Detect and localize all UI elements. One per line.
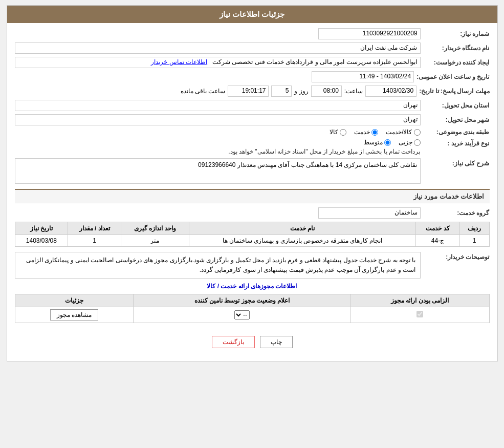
date-value: 1403/02/30 (365, 86, 417, 97)
permit-required-cell (350, 307, 489, 323)
category-service-label: خدمت (354, 129, 370, 136)
purchase-partial-radio[interactable] (414, 139, 421, 146)
permit-status-select[interactable]: -- (234, 310, 250, 319)
day-label: روز و (294, 88, 308, 95)
requester-label: ایجاد کننده درخواست: (423, 59, 490, 66)
permits-table: الزامی بودن ارائه مجوز اعلام وضعیت مجوز … (15, 294, 490, 323)
cell-date: 1403/03/08 (15, 235, 68, 247)
remaining-value: 19:01:17 (228, 86, 269, 97)
permit-required-checkbox (417, 311, 423, 317)
col-date: تاریخ نیاز (15, 222, 68, 235)
permits-subtitle: اطلاعات مجوزهای ارائه خدمت / کالا (15, 283, 490, 290)
city-value: تهران (15, 114, 421, 125)
category-goods-label: کالا (330, 129, 338, 136)
service-group-label: گروه خدمت: (423, 209, 490, 217)
purchase-type-options: جزیی متوسط پرداخت تمام یا بخشی از مبلغ خ… (228, 139, 420, 155)
category-row: طبقه بندی موضوعی: کالا/خدمت خدمت کالا (15, 129, 490, 136)
col-qty: تعداد / مقدار (68, 222, 121, 235)
purchase-type-label: نوع فرآیند خرید : (423, 139, 490, 147)
announce-label: تاریخ و ساعت اعلان عمومی: (417, 73, 489, 80)
day-value: 5 (271, 86, 292, 97)
announce-value: 1403/02/24 - 11:49 (312, 71, 414, 82)
purchase-type-row: نوع فرآیند خرید : جزیی متوسط پرداخت تمام… (15, 139, 490, 155)
page-header: جزئیات اطلاعات نیاز (7, 6, 497, 23)
permit-col-details: جزئیات (15, 294, 134, 307)
permit-col-required: الزامی بودن ارائه مجوز (350, 294, 489, 307)
back-button[interactable]: بازگشت (212, 336, 255, 348)
response-date-label: مهلت ارسال پاسخ: تا تاریخ: (419, 88, 489, 95)
view-permit-button[interactable]: مشاهده مجوز (50, 309, 98, 321)
requester-row: ایجاد کننده درخواست: ابوالحسن علیزاده سر… (15, 57, 490, 68)
category-both-label: کالا/خدمت (386, 129, 412, 136)
col-rownum: ردیف (459, 222, 489, 235)
table-row: 1 ج-44 انجام کارهای متفرقه درخصوص بازساز… (15, 235, 489, 247)
service-group-row: گروه خدمت: ساختمان (15, 207, 490, 219)
buyer-notes-value: با توجه به شرح خدمات جدول پیشنهاد قطعی و… (15, 252, 421, 279)
category-radio-group: کالا/خدمت خدمت کالا (15, 129, 421, 136)
permit-table-row: -- مشاهده مجوز (15, 307, 489, 323)
col-name: نام خدمت (189, 222, 416, 235)
time-value: 08:00 (311, 86, 342, 97)
category-service-item[interactable]: خدمت (354, 129, 378, 136)
response-date-row: مهلت ارسال پاسخ: تا تاریخ: 1403/02/30 سا… (15, 86, 490, 97)
buyer-org-row: نام دستگاه خریدار: شرکت ملی نفت ایران (15, 42, 490, 54)
category-service-radio[interactable] (371, 129, 378, 136)
col-code: کد خدمت (416, 222, 459, 235)
col-unit: واحد اندازه گیری (121, 222, 189, 235)
category-both-radio[interactable] (414, 129, 421, 136)
province-label: استان محل تحویل: (423, 102, 490, 109)
time-label: ساعت: (344, 88, 363, 95)
requester-value: ابوالحسن علیزاده سرپرست امور مالی و قرار… (15, 57, 421, 68)
purchase-medium-radio[interactable] (384, 139, 391, 146)
need-number-row: شماره نیاز: 1103092921000209 (15, 28, 490, 39)
permit-status-cell: -- (134, 307, 350, 323)
category-label: طبقه بندی موضوعی: (423, 129, 490, 136)
city-row: شهر محل تحویل: تهران (15, 114, 490, 125)
category-goods-radio[interactable] (340, 129, 346, 136)
purchase-medium-item[interactable]: متوسط (364, 139, 391, 146)
page-container: جزئیات اطلاعات نیاز شماره نیاز: 11030929… (7, 5, 498, 361)
services-table: ردیف کد خدمت نام خدمت واحد اندازه گیری ت… (15, 222, 490, 247)
description-value: نقاشی کلی ساختمان مرکزی 14 با هماهنگی جن… (15, 158, 421, 184)
need-number-value: 1103092921000209 (318, 28, 421, 39)
date-time-group: 1403/02/30 ساعت: 08:00 روز و 5 19:01:17 … (15, 86, 417, 97)
buyer-org-value: شرکت ملی نفت ایران (15, 42, 421, 54)
permit-col-status: اعلام وضعیت مجوز توسط نامین کننده (134, 294, 350, 307)
content-area: شماره نیاز: 1103092921000209 نام دستگاه … (7, 23, 497, 361)
buyer-org-label: نام دستگاه خریدار: (423, 45, 490, 52)
purchase-note-row: پرداخت تمام یا بخشی از مبلغ خریدار از مح… (228, 148, 420, 155)
cell-code: ج-44 (416, 235, 459, 247)
services-section-title: اطلاعات خدمات مورد نیاز (15, 189, 490, 203)
purchase-note: پرداخت تمام یا بخشی از مبلغ خریدار از مح… (228, 148, 420, 155)
contact-link[interactable]: اطلاعات تماس خریدار (151, 58, 207, 66)
category-both-item[interactable]: کالا/خدمت (386, 129, 420, 136)
buyer-notes-label: توصیحات خریدار: (423, 252, 490, 261)
province-value: تهران (15, 100, 421, 111)
buyer-notes-row: توصیحات خریدار: با توجه به شرح خدمات جدو… (15, 252, 490, 279)
purchase-medium-label: متوسط (364, 139, 383, 146)
purchase-partial-label: جزیی (399, 139, 412, 146)
cell-rownum: 1 (459, 235, 489, 247)
cell-qty: 1 (68, 235, 121, 247)
bottom-buttons: چاپ بازگشت (15, 328, 490, 356)
need-number-label: شماره نیاز: (423, 30, 490, 37)
cell-unit: متر (121, 235, 189, 247)
print-button[interactable]: چاپ (260, 336, 293, 348)
permit-details-cell: مشاهده مجوز (15, 307, 134, 323)
purchase-partial-item[interactable]: جزیی (399, 139, 421, 146)
announce-row: تاریخ و ساعت اعلان عمومی: 1403/02/24 - 1… (15, 71, 490, 82)
service-group-value: ساختمان (318, 207, 421, 219)
page-title: جزئیات اطلاعات نیاز (220, 10, 284, 18)
cell-name: انجام کارهای متفرقه درخصوص بازسازی و بهس… (189, 235, 416, 247)
purchase-type-radios: جزیی متوسط (228, 139, 420, 146)
description-row: شرح کلی نیاز: نقاشی کلی ساختمان مرکزی 14… (15, 158, 490, 184)
category-goods-item[interactable]: کالا (330, 129, 346, 136)
province-row: استان محل تحویل: تهران (15, 100, 490, 111)
description-label: شرح کلی نیاز: (423, 158, 490, 167)
city-label: شهر محل تحویل: (423, 116, 490, 123)
remaining-label: ساعت باقی مانده (181, 88, 226, 95)
